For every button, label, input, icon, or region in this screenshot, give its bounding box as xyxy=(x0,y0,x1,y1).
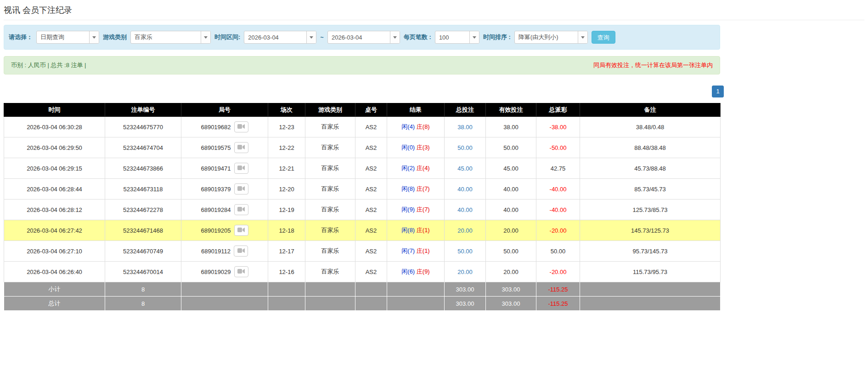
cell-remark: 45.73/88.48 xyxy=(580,158,721,179)
table-row[interactable]: 2026-03-04 06:29:50 523244674704 6890195… xyxy=(4,137,721,158)
round-id-text: 689019284 xyxy=(201,206,231,213)
result-banker: 庄(1) xyxy=(417,227,430,234)
cell-time: 2026-03-04 06:29:50 xyxy=(4,137,105,158)
cell-game-type: 百家乐 xyxy=(305,241,355,262)
page-button-1[interactable]: 1 xyxy=(712,86,724,97)
video-replay-button[interactable] xyxy=(234,121,248,132)
cell-round-id: 689019379 xyxy=(181,179,268,200)
subtotal-valid-bet: 303.00 xyxy=(486,282,536,297)
cell-remark: 85.73/45.73 xyxy=(580,179,721,200)
chevron-down-icon[interactable] xyxy=(578,31,587,43)
cell-table-no: AS2 xyxy=(355,179,387,200)
cell-session: 12-17 xyxy=(268,241,305,262)
table-row[interactable]: 2026-03-04 06:27:42 523244671468 6890192… xyxy=(4,220,721,241)
grand-total-row: 总计 8 303.00 303.00 -115.25 xyxy=(4,297,721,311)
cell-session: 12-16 xyxy=(268,262,305,282)
total-bet-link[interactable]: 40.00 xyxy=(457,206,473,213)
table-row[interactable]: 2026-03-04 06:28:12 523244672278 6890192… xyxy=(4,200,721,220)
total-bet-link[interactable]: 45.00 xyxy=(457,165,473,172)
cell-payout: -40.00 xyxy=(536,200,580,220)
total-total-bet: 303.00 xyxy=(445,297,486,311)
chevron-down-icon[interactable] xyxy=(89,31,99,43)
search-button[interactable]: 查询 xyxy=(592,31,615,44)
total-bet-link[interactable]: 40.00 xyxy=(457,186,473,193)
page-size-label: 每页笔数 : xyxy=(404,33,431,41)
total-bet-link[interactable]: 38.00 xyxy=(457,124,473,131)
query-type-label: 请选择： xyxy=(9,33,33,41)
sort-order-select[interactable]: 降冪(由大到小) xyxy=(514,31,588,44)
cell-payout: -20.00 xyxy=(536,262,580,282)
filter-bar: 请选择： 日期查询 游戏类别 百家乐 时间区间: 2026-03-04 ~ 20… xyxy=(4,25,720,50)
total-bet-link[interactable]: 20.00 xyxy=(457,227,473,234)
chevron-down-icon[interactable] xyxy=(390,31,400,43)
table-row[interactable]: 2026-03-04 06:30:28 523244675770 6890196… xyxy=(4,117,721,137)
chevron-down-icon[interactable] xyxy=(469,31,479,43)
chevron-down-icon[interactable] xyxy=(306,31,316,43)
result-banker: 庄(3) xyxy=(417,144,430,151)
video-replay-button[interactable] xyxy=(234,204,248,215)
cell-game-type: 百家乐 xyxy=(305,117,355,137)
result-player: 闲(2) xyxy=(401,165,415,171)
cell-payout: 50.00 xyxy=(536,241,580,262)
video-replay-button[interactable] xyxy=(234,163,248,174)
table-row[interactable]: 2026-03-04 06:29:15 523244673866 6890194… xyxy=(4,158,721,179)
video-replay-button[interactable] xyxy=(234,183,248,194)
cell-total-bet: 40.00 xyxy=(445,200,486,220)
cell-time: 2026-03-04 06:27:42 xyxy=(4,220,105,241)
cell-table-no: AS2 xyxy=(355,158,387,179)
table-row[interactable]: 2026-03-04 06:28:44 523244673118 6890193… xyxy=(4,179,721,200)
video-camera-icon xyxy=(237,186,245,193)
total-valid-bet: 303.00 xyxy=(486,297,536,311)
cell-result: 闲(4) 庄(8) xyxy=(387,117,445,137)
cell-time: 2026-03-04 06:29:15 xyxy=(4,158,105,179)
cell-time: 2026-03-04 06:26:40 xyxy=(4,262,105,282)
cell-remark: 115.73/95.73 xyxy=(580,262,721,282)
table-row[interactable]: 2026-03-04 06:26:40 523244670014 6890190… xyxy=(4,262,721,282)
video-replay-button[interactable] xyxy=(234,246,248,257)
result-banker: 庄(1) xyxy=(417,247,430,254)
cell-total-bet: 20.00 xyxy=(445,262,486,282)
total-bet-link[interactable]: 50.00 xyxy=(457,144,473,151)
cell-table-no: AS2 xyxy=(355,220,387,241)
result-player: 闲(0) xyxy=(401,144,415,151)
game-type-select[interactable]: 百家乐 xyxy=(130,31,211,44)
cell-session: 12-21 xyxy=(268,158,305,179)
date-to-select[interactable]: 2026-03-04 xyxy=(327,31,400,44)
result-banker: 庄(9) xyxy=(417,268,430,275)
cell-bet-id: 523244673118 xyxy=(105,179,181,200)
video-replay-button[interactable] xyxy=(234,225,248,236)
page-size-select[interactable]: 100 xyxy=(435,31,479,44)
cell-valid-bet: 20.00 xyxy=(486,262,536,282)
cell-result: 闲(6) 庄(9) xyxy=(387,262,445,282)
chevron-down-icon[interactable] xyxy=(201,31,210,43)
total-bet-link[interactable]: 20.00 xyxy=(457,268,473,275)
cell-bet-id: 523244674704 xyxy=(105,137,181,158)
cell-result: 闲(2) 庄(4) xyxy=(387,158,445,179)
total-count: 8 xyxy=(105,297,181,311)
sort-order-label: 时间排序 : xyxy=(483,33,511,41)
result-banker: 庄(4) xyxy=(417,165,430,171)
total-bet-link[interactable]: 50.00 xyxy=(457,248,473,255)
column-header: 游戏类别 xyxy=(305,103,355,117)
subtotal-label: 小计 xyxy=(4,282,105,297)
video-replay-button[interactable] xyxy=(234,266,248,277)
cell-result: 闲(8) 庄(7) xyxy=(387,179,445,200)
cell-bet-id: 523244670749 xyxy=(105,241,181,262)
round-id-text: 689019575 xyxy=(201,144,231,151)
date-from-select[interactable]: 2026-03-04 xyxy=(244,31,316,44)
cell-valid-bet: 50.00 xyxy=(486,137,536,158)
video-replay-button[interactable] xyxy=(234,142,248,153)
result-player: 闲(6) xyxy=(401,268,415,275)
cell-time: 2026-03-04 06:27:10 xyxy=(4,241,105,262)
cell-bet-id: 523244672278 xyxy=(105,200,181,220)
round-id-text: 689019205 xyxy=(201,227,231,234)
table-row[interactable]: 2026-03-04 06:27:10 523244670749 6890191… xyxy=(4,241,721,262)
result-banker: 庄(7) xyxy=(417,206,430,213)
page-header: 视讯 会员下注纪录 xyxy=(4,5,864,20)
cell-remark: 88.48/38.48 xyxy=(580,137,721,158)
cell-payout: -38.00 xyxy=(536,117,580,137)
cell-table-no: AS2 xyxy=(355,241,387,262)
cell-time: 2026-03-04 06:28:12 xyxy=(4,200,105,220)
date-range-separator: ~ xyxy=(320,34,324,41)
query-type-select[interactable]: 日期查询 xyxy=(36,31,99,44)
